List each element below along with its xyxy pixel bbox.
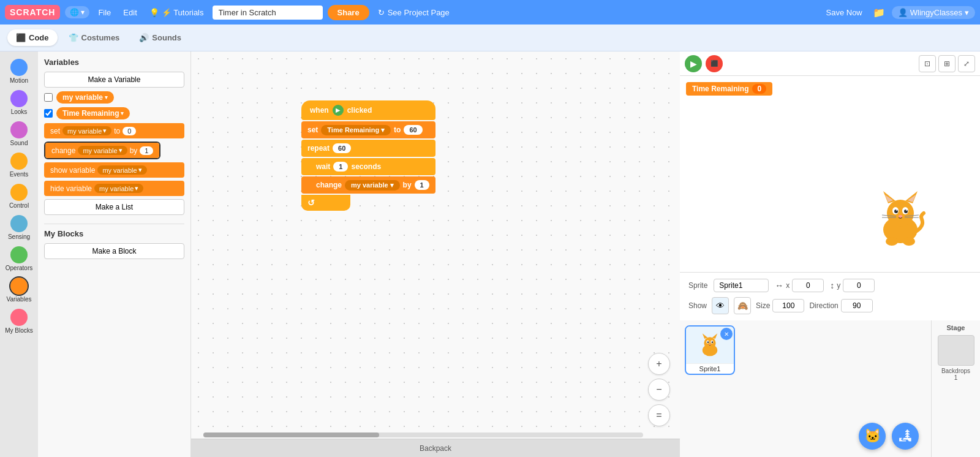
when-label: when (310, 106, 329, 115)
direction-group: Direction (809, 299, 872, 312)
zoom-in-button[interactable]: + (648, 353, 670, 375)
tutorials-button[interactable]: 💡 ⚡ Tutorials (146, 6, 208, 19)
zoom-reset-button[interactable]: = (648, 404, 670, 426)
sidebar-item-sensing[interactable]: Sensing (0, 213, 38, 243)
by-inner-label: by (403, 181, 412, 189)
y-input[interactable] (843, 279, 875, 292)
size-input[interactable] (772, 299, 804, 312)
set-time-block[interactable]: set Time Remaining ▾ to 60 (301, 121, 435, 138)
change-block[interactable]: change my variable ▾ by 1 (45, 143, 159, 158)
wait-block[interactable]: wait 1 seconds (301, 158, 435, 175)
set-var-dropdown[interactable]: my variable ▾ (62, 126, 111, 135)
control-label: Control (9, 202, 29, 209)
small-stage-icon: ⊡ (924, 59, 930, 68)
green-flag-button[interactable]: ▶ (685, 55, 702, 72)
add-buttons: 🐱 🏞 (859, 423, 919, 450)
folder-icon[interactable]: 📁 (871, 5, 887, 20)
x-input[interactable] (792, 279, 824, 292)
save-now-button[interactable]: Save Now (823, 6, 866, 19)
sidebar-item-looks[interactable]: Looks (0, 88, 38, 118)
change-inner-val[interactable]: 1 (415, 180, 429, 190)
backpack-bar[interactable]: Backpack (191, 439, 680, 457)
sidebar-item-sound[interactable]: Sound (0, 119, 38, 149)
zoom-out-button[interactable]: − (648, 379, 670, 401)
make-variable-button[interactable]: Make a Variable (44, 72, 184, 88)
variable1-badge[interactable]: my variable ▾ (56, 91, 114, 104)
sidebar-item-motion[interactable]: Motion (0, 56, 38, 86)
sounds-tab-icon: 🔊 (139, 33, 149, 42)
show-var-dropdown[interactable]: my variable ▾ (97, 165, 146, 175)
stage-canvas: Time Remaining 0 (680, 76, 980, 272)
variables-section-title: Variables (44, 58, 184, 67)
size-label: Size (756, 301, 770, 310)
fullscreen-button[interactable]: ⤢ (958, 55, 975, 72)
globe-button[interactable]: 🌐 ▾ (65, 6, 89, 18)
change-val[interactable]: 1 (140, 146, 153, 155)
sprite1-delete-button[interactable]: ✕ (720, 328, 733, 340)
svg-point-20 (704, 337, 715, 349)
set-val[interactable]: 0 (123, 127, 136, 135)
code-canvas-background[interactable] (191, 51, 680, 457)
sidebar-item-operators[interactable]: Operators (0, 244, 38, 274)
user-avatar: 👤 (898, 8, 908, 17)
sidebar-item-myblocks[interactable]: My Blocks (0, 306, 38, 336)
make-list-button[interactable]: Make a List (44, 199, 184, 215)
hat-block[interactable]: when ▶ clicked (301, 100, 435, 120)
small-stage-button[interactable]: ⊡ (919, 55, 936, 72)
file-menu[interactable]: File (94, 6, 115, 19)
scratch-cat-svg (870, 184, 931, 251)
motion-label: Motion (10, 77, 28, 84)
user-name: WlingyClasses (910, 8, 962, 17)
backdrop-thumbnail[interactable] (938, 335, 974, 366)
sprite-name-input[interactable] (714, 279, 769, 292)
backdrops-label: Backdrops 1 (941, 368, 970, 381)
change-inner-dropdown[interactable]: my variable ▾ (345, 180, 400, 191)
repeat-val[interactable]: 60 (333, 143, 351, 153)
sidebar-item-variables[interactable]: Variables (0, 275, 38, 305)
category-sidebar: Motion Looks Sound Events Control Sensin… (0, 51, 38, 457)
set-label: set (307, 126, 318, 134)
show-visible-button[interactable]: 👁 (712, 297, 729, 314)
large-stage-button[interactable]: ⊞ (938, 55, 956, 72)
sound-dot (10, 121, 28, 138)
clicked-label: clicked (347, 106, 372, 115)
tab-sounds[interactable]: 🔊 Sounds (130, 29, 190, 46)
time-remaining-dropdown[interactable]: Time Remaining ▾ (321, 125, 391, 135)
share-button[interactable]: Share (328, 5, 369, 20)
sidebar-item-events[interactable]: Events (0, 150, 38, 180)
show-hidden-button[interactable]: 🙈 (734, 297, 751, 314)
svg-point-26 (712, 341, 714, 343)
sidebar-item-control[interactable]: Control (0, 181, 38, 211)
change-inner-block[interactable]: change my variable ▾ by 1 (301, 176, 435, 194)
direction-input[interactable] (841, 299, 873, 312)
make-block-button[interactable]: Make a Block (44, 243, 184, 259)
wait-val[interactable]: 1 (333, 162, 348, 172)
hide-var-dropdown[interactable]: my variable ▾ (94, 184, 143, 193)
change-var-dropdown[interactable]: my variable ▾ (78, 146, 127, 155)
tab-code[interactable]: ⬛ Code (7, 29, 58, 46)
hide-block[interactable]: hide variable my variable ▾ (44, 181, 184, 196)
scratch-logo[interactable]: SCRATCH (5, 5, 60, 20)
set-val-60[interactable]: 60 (404, 125, 422, 135)
zoom-in-icon: + (656, 358, 662, 369)
variable2-checkbox[interactable] (44, 109, 53, 118)
add-backdrop-button[interactable]: 🏞 (892, 423, 919, 450)
scrollbar-thumb[interactable] (203, 432, 379, 437)
see-project-button[interactable]: ↻ See Project Page (374, 6, 453, 19)
show-block[interactable]: show variable my variable ▾ (44, 162, 184, 178)
variable2-badge[interactable]: Time Remaining ▾ (56, 107, 130, 119)
user-menu[interactable]: 👤 WlingyClasses ▾ (892, 6, 975, 19)
sprite1-thumbnail[interactable]: ✕ (685, 325, 735, 375)
set-block[interactable]: set my variable ▾ to 0 (44, 123, 184, 138)
globe-dropdown-arrow: ▾ (81, 8, 85, 17)
repeat-block[interactable]: repeat 60 (301, 140, 435, 157)
edit-menu[interactable]: Edit (119, 6, 140, 19)
zoom-out-icon: − (656, 384, 662, 395)
horizontal-scrollbar[interactable] (203, 432, 643, 437)
stop-button[interactable]: ⬛ (706, 55, 723, 72)
add-sprite-button[interactable]: 🐱 (859, 423, 886, 450)
variable1-checkbox[interactable] (44, 93, 53, 102)
project-name-input[interactable] (213, 6, 323, 20)
tab-costumes[interactable]: 👕 Costumes (60, 29, 129, 46)
stage-top-bar: ▶ ⬛ ⊡ ⊞ ⤢ (680, 51, 980, 76)
